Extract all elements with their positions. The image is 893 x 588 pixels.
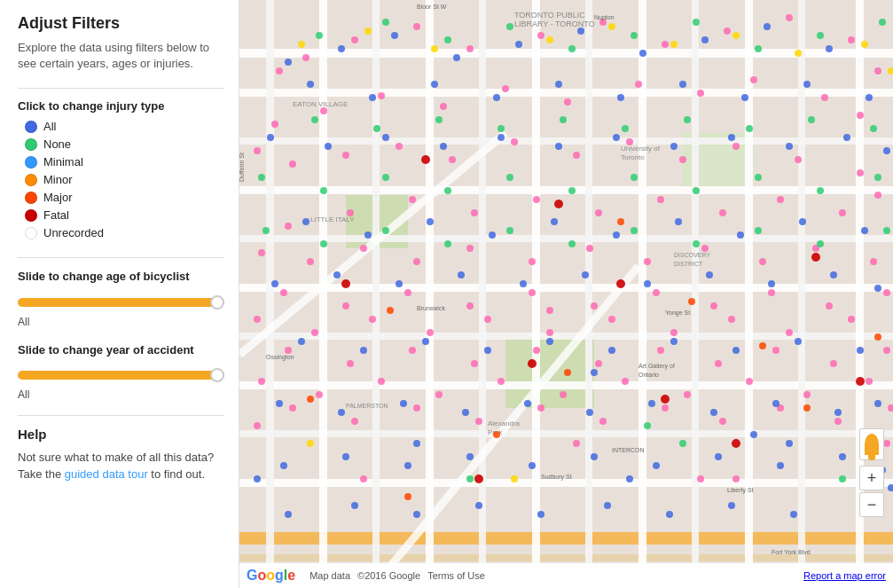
filter-none[interactable]: None: [25, 137, 224, 151]
svg-point-54: [821, 94, 828, 101]
svg-point-271: [444, 187, 451, 194]
svg-point-159: [577, 27, 584, 35]
svg-point-150: [475, 418, 482, 425]
svg-point-119: [786, 329, 793, 336]
terms-of-use-link[interactable]: Terms of Use: [427, 570, 485, 581]
svg-text:Alexandra: Alexandra: [488, 419, 521, 427]
svg-point-91: [466, 245, 474, 252]
year-slider-value: All: [18, 388, 224, 401]
svg-point-138: [622, 378, 629, 385]
svg-text:LIBRARY - TORONTO: LIBRARY - TORONTO: [514, 20, 595, 28]
svg-point-62: [320, 107, 327, 114]
svg-point-223: [648, 400, 655, 407]
svg-point-331: [839, 475, 846, 482]
svg-point-121: [883, 347, 890, 354]
map-area[interactable]: TORONTO PUBLIC LIBRARY - TORONTO Univers…: [239, 0, 893, 588]
svg-point-297: [795, 50, 802, 57]
svg-point-231: [466, 453, 474, 460]
svg-point-202: [644, 280, 651, 287]
svg-text:Art Gallery of: Art Gallery of: [638, 363, 675, 370]
svg-point-64: [254, 147, 261, 154]
svg-point-198: [396, 280, 403, 287]
svg-point-183: [786, 143, 793, 150]
year-slider[interactable]: [18, 371, 224, 380]
filter-major-label: Major: [43, 191, 73, 204]
svg-point-136: [497, 378, 505, 385]
svg-point-129: [409, 347, 416, 354]
svg-point-48: [662, 41, 669, 48]
svg-point-206: [874, 285, 881, 292]
svg-point-253: [631, 32, 638, 39]
divider-3: [18, 415, 224, 416]
zoom-in-button[interactable]: +: [859, 466, 884, 490]
svg-point-335: [360, 475, 367, 482]
age-slider-value: All: [18, 316, 224, 328]
svg-point-220: [462, 409, 469, 416]
svg-point-244: [604, 502, 611, 509]
svg-point-216: [857, 347, 864, 354]
svg-point-76: [874, 192, 881, 199]
svg-point-224: [710, 409, 717, 416]
svg-point-278: [874, 174, 881, 181]
zoom-out-button[interactable]: −: [859, 492, 884, 517]
svg-point-264: [497, 125, 505, 132]
svg-point-291: [364, 27, 372, 35]
svg-rect-13: [239, 479, 893, 487]
svg-point-298: [861, 41, 868, 48]
svg-point-114: [484, 316, 491, 323]
filter-all[interactable]: All: [25, 120, 224, 133]
street-view-button[interactable]: [859, 428, 884, 460]
filter-unrecorded[interactable]: Unrecorded: [25, 226, 224, 239]
svg-point-131: [285, 347, 292, 354]
filter-fatal[interactable]: Fatal: [25, 208, 224, 222]
svg-point-325: [511, 475, 518, 482]
svg-point-275: [693, 187, 700, 194]
svg-point-308: [856, 377, 865, 386]
svg-point-168: [617, 94, 624, 101]
svg-point-177: [440, 143, 447, 150]
svg-text:Ossington: Ossington: [266, 354, 294, 361]
filter-minimal-label: Minimal: [43, 155, 83, 169]
svg-point-173: [307, 81, 314, 88]
svg-point-135: [435, 391, 443, 398]
guided-tour-link[interactable]: guided data tour: [65, 467, 148, 481]
google-logo: Google: [247, 568, 295, 584]
svg-point-118: [728, 316, 735, 323]
svg-rect-0: [239, 0, 893, 588]
svg-point-284: [568, 240, 576, 247]
filter-minor[interactable]: Minor: [25, 173, 224, 186]
svg-point-240: [351, 502, 358, 509]
injury-filter-list: All None Minimal Minor Major Fatal Unrec…: [18, 120, 224, 239]
divider-1: [18, 88, 224, 89]
age-slider[interactable]: [18, 298, 224, 307]
svg-rect-9: [239, 284, 893, 292]
svg-rect-14: [239, 532, 893, 545]
svg-point-87: [258, 249, 265, 256]
report-error-link[interactable]: Report a map error: [803, 570, 886, 581]
svg-point-161: [701, 36, 709, 43]
svg-point-74: [795, 156, 802, 163]
svg-point-191: [551, 218, 558, 225]
svg-point-127: [533, 347, 540, 354]
svg-point-184: [843, 134, 850, 141]
svg-point-225: [772, 400, 779, 407]
svg-point-250: [444, 36, 451, 43]
svg-point-267: [311, 116, 318, 123]
svg-point-148: [599, 418, 607, 425]
svg-rect-15: [239, 554, 893, 561]
svg-text:Toronto: Toronto: [621, 153, 645, 161]
svg-point-157: [453, 54, 460, 61]
sidebar: Adjust Filters Explore the data using fi…: [0, 0, 239, 588]
svg-point-269: [320, 187, 327, 194]
svg-text:Ontario: Ontario: [638, 372, 659, 378]
filter-major[interactable]: Major: [25, 191, 224, 204]
svg-point-303: [421, 155, 430, 164]
svg-point-186: [861, 227, 868, 234]
svg-point-310: [387, 307, 394, 314]
svg-point-263: [560, 116, 567, 123]
filter-minimal[interactable]: Minimal: [25, 155, 224, 169]
svg-rect-17: [319, 0, 327, 588]
svg-point-315: [617, 218, 624, 225]
svg-point-204: [768, 280, 775, 287]
svg-point-162: [764, 23, 771, 30]
